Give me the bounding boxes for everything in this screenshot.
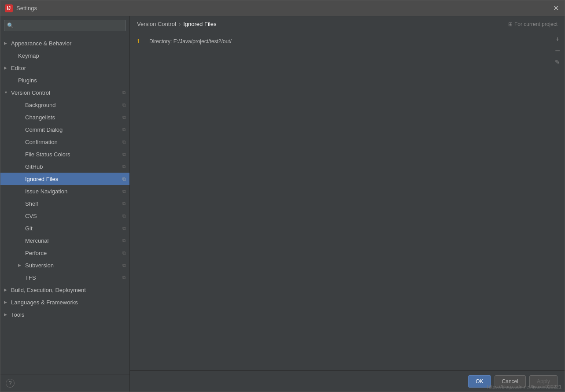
sidebar-item-plugins[interactable]: Plugins (0, 74, 129, 86)
expand-arrow: ▶ (4, 300, 11, 304)
sidebar-item-editor[interactable]: ▶ Editor (0, 62, 129, 74)
expand-arrow: ▶ (4, 288, 11, 292)
breadcrumb-root: Version Control (137, 21, 176, 27)
for-current-project: ⊞ For current project (508, 21, 558, 27)
expand-arrow: ▼ (4, 90, 11, 95)
copy-icon: ⧉ (122, 176, 126, 182)
title-bar: IJ Settings ✕ (0, 0, 565, 16)
sidebar-item-version-control[interactable]: ▼ Version Control ⧉ (0, 86, 129, 99)
sidebar-item-languages-frameworks[interactable]: ▶ Languages & Frameworks (0, 296, 129, 308)
copy-icon: ⧉ (122, 115, 126, 120)
sidebar-item-git[interactable]: Git ⧉ (0, 222, 129, 234)
expand-arrow: ▶ (4, 41, 11, 45)
sidebar-item-build-execution-deployment[interactable]: ▶ Build, Execution, Deployment (0, 284, 129, 296)
edit-button[interactable]: ✎ (552, 57, 563, 67)
copy-icon: ⧉ (122, 102, 126, 108)
copy-icon: ⧉ (122, 201, 126, 207)
expand-arrow: ▶ (4, 66, 11, 70)
sidebar-item-subversion[interactable]: ▶ Subversion ⧉ (0, 259, 129, 271)
breadcrumb: Version Control › Ignored Files (137, 21, 216, 27)
panel-header: Version Control › Ignored Files ⊞ For cu… (130, 16, 565, 32)
watermark: https://blog.csdn.net/liyuxin920221 (487, 384, 561, 389)
sidebar-item-github[interactable]: GitHub ⧉ (0, 160, 129, 173)
sidebar-item-confirmation[interactable]: Confirmation ⧉ (0, 136, 129, 148)
help-button[interactable]: ? (6, 379, 15, 388)
sidebar-item-commit-dialog[interactable]: Commit Dialog ⧉ (0, 123, 129, 136)
copy-icon: ⧉ (122, 152, 126, 157)
copy-icon: ⧉ (122, 139, 126, 145)
window-title: Settings (16, 5, 551, 11)
search-icon: 🔍 (7, 22, 14, 29)
right-panel: Version Control › Ignored Files ⊞ For cu… (130, 16, 565, 392)
copy-icon: ⧉ (122, 189, 126, 194)
for-current-project-label: For current project (514, 21, 558, 27)
file-path: Directory: E:/Java/project/test2/out/ (149, 38, 232, 44)
search-box: 🔍 (0, 16, 129, 35)
copy-icon: ⧉ (122, 250, 126, 256)
sidebar-item-tfs[interactable]: TFS ⧉ (0, 271, 129, 284)
line-number: 1 (137, 38, 144, 44)
settings-window: IJ Settings ✕ 🔍 ▶ Appearance & Behavior (0, 0, 565, 392)
copy-icon: ⧉ (122, 226, 126, 231)
sidebar-item-changelists[interactable]: Changelists ⧉ (0, 111, 129, 123)
copy-icon: ⧉ (122, 164, 126, 170)
sidebar-tree: ▶ Appearance & Behavior Keymap ▶ Editor … (0, 35, 129, 374)
sidebar-item-tools[interactable]: ▶ Tools (0, 308, 129, 321)
expand-arrow: ▶ (4, 312, 11, 317)
panel-content: 1 Directory: E:/Java/project/test2/out/ … (130, 32, 565, 370)
expand-arrow: ▶ (18, 263, 25, 267)
sidebar-item-ignored-files[interactable]: Ignored Files ⧉ (0, 173, 129, 185)
main-content: 🔍 ▶ Appearance & Behavior Keymap (0, 16, 565, 392)
breadcrumb-separator: › (179, 21, 181, 27)
remove-button[interactable]: − (552, 45, 563, 56)
search-input[interactable] (4, 20, 126, 31)
sidebar-item-file-status-colors[interactable]: File Status Colors ⧉ (0, 148, 129, 160)
copy-icon: ⧉ (122, 275, 126, 281)
copy-icon: ⧉ (122, 238, 126, 244)
copy-icon: ⧉ (122, 213, 126, 219)
copy-icon: ⧉ (122, 263, 126, 268)
sidebar-item-shelf[interactable]: Shelf ⧉ (0, 197, 129, 210)
panel-toolbar: + − ✎ (550, 32, 565, 69)
add-button[interactable]: + (552, 34, 563, 44)
close-button[interactable]: ✕ (551, 4, 560, 13)
sidebar-item-cvs[interactable]: CVS ⧉ (0, 210, 129, 222)
breadcrumb-current: Ignored Files (183, 21, 216, 27)
app-icon: IJ (5, 4, 13, 12)
sidebar-item-perforce[interactable]: Perforce ⧉ (0, 247, 129, 259)
sidebar-item-mercurial[interactable]: Mercurial ⧉ (0, 234, 129, 247)
sidebar: 🔍 ▶ Appearance & Behavior Keymap (0, 16, 130, 392)
file-entry: 1 Directory: E:/Java/project/test2/out/ (130, 36, 565, 47)
copy-icon: ⧉ (122, 127, 126, 133)
sidebar-item-issue-navigation[interactable]: Issue Navigation ⧉ (0, 185, 129, 197)
sidebar-item-background[interactable]: Background ⧉ (0, 99, 129, 111)
project-icon: ⊞ (508, 21, 513, 27)
sidebar-item-appearance-behavior[interactable]: ▶ Appearance & Behavior (0, 37, 129, 49)
copy-icon: ⧉ (122, 90, 126, 96)
sidebar-item-keymap[interactable]: Keymap (0, 49, 129, 62)
